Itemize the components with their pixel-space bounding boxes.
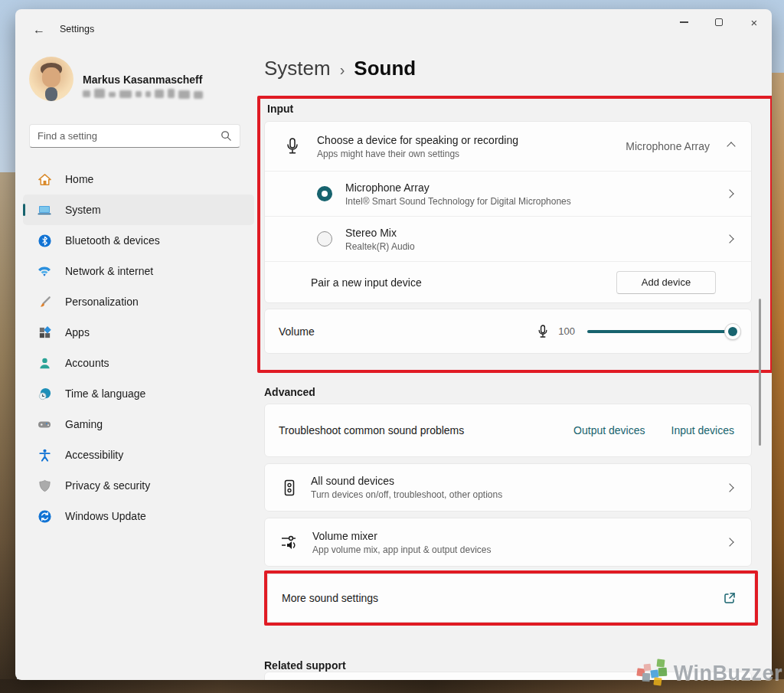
chevron-right-icon (725, 538, 733, 546)
back-button[interactable]: ← (28, 20, 51, 40)
device-description: Intel® Smart Sound Technology for Digita… (345, 196, 727, 207)
sidebar-item-label: Accessibility (65, 449, 123, 461)
input-devices-link[interactable]: Input devices (671, 424, 735, 436)
sidebar-item-label: Network & internet (65, 265, 153, 277)
chevron-right-icon (725, 483, 733, 492)
pair-device-row: Pair a new input device Add device (265, 261, 751, 302)
apps-icon (37, 325, 52, 340)
microphone-icon (285, 137, 300, 155)
breadcrumb: System › Sound (264, 57, 416, 80)
related-support-label: Related support (264, 659, 346, 672)
watermark-text: WinBuzzer (674, 662, 782, 685)
profile-name: Markus Kasanmascheff (83, 74, 202, 86)
sidebar-item-label: Time & language (65, 387, 145, 400)
add-device-button[interactable]: Add device (616, 271, 716, 294)
back-arrow-icon: ← (33, 23, 45, 37)
troubleshoot-row: Troubleshoot common sound problems Outpu… (264, 404, 752, 457)
minimize-icon (680, 21, 688, 22)
breadcrumb-parent[interactable]: System (264, 57, 331, 80)
sidebar-item-apps[interactable]: Apps (23, 317, 254, 348)
bluetooth-icon (37, 233, 52, 248)
device-name: Microphone Array (345, 181, 727, 194)
sidebar-item-network-internet[interactable]: Network & internet (23, 256, 254, 286)
person-icon (37, 355, 52, 371)
sidebar-item-personalization[interactable]: Personalization (23, 286, 254, 317)
device-option-stereo-mix[interactable]: Stereo Mix Realtek(R) Audio (265, 216, 751, 261)
watermark: WinBuzzer (635, 658, 782, 688)
close-icon: × (751, 17, 758, 28)
wifi-icon (37, 263, 52, 279)
sidebar-item-label: Apps (65, 326, 90, 338)
sidebar-item-label: Windows Update (65, 510, 146, 522)
chevron-right-icon (725, 189, 733, 198)
sidebar-item-time-language[interactable]: Time & language (23, 378, 254, 409)
sidebar-item-label: Privacy & security (65, 479, 150, 492)
update-icon (37, 508, 52, 524)
desktop-background (770, 73, 784, 693)
sidebar-item-label: Bluetooth & devices (65, 234, 160, 247)
device-option-microphone-array[interactable]: Microphone Array Intel® Smart Sound Tech… (265, 171, 751, 216)
sidebar-item-system[interactable]: System (23, 194, 254, 225)
troubleshoot-label: Troubleshoot common sound problems (279, 424, 573, 436)
pair-device-label: Pair a new input device (311, 276, 616, 289)
volume-mixer-row[interactable]: Volume mixer App volume mix, app input &… (264, 518, 752, 567)
choose-device-title: Choose a device for speaking or recordin… (317, 134, 626, 146)
search-icon (220, 130, 232, 142)
search-box (29, 124, 240, 148)
volume-mixer-title: Volume mixer (312, 530, 727, 542)
more-sound-settings-row[interactable]: More sound settings (267, 574, 755, 623)
radio-selected-icon[interactable] (317, 186, 332, 201)
search-input[interactable] (38, 130, 220, 142)
sidebar-item-gaming[interactable]: Gaming (23, 409, 254, 440)
volume-label: Volume (279, 325, 537, 338)
vertical-scrollbar[interactable] (759, 299, 761, 446)
volume-slider-thumb[interactable] (724, 323, 741, 340)
volume-mixer-subtitle: App volume mix, app input & output devic… (312, 544, 727, 555)
accessibility-person-icon (37, 447, 52, 463)
sidebar-item-label: Accounts (65, 357, 109, 369)
radio-unselected-icon[interactable] (317, 231, 332, 247)
volume-value: 100 (558, 325, 575, 337)
sidebar-item-bluetooth-devices[interactable]: Bluetooth & devices (23, 225, 254, 256)
input-section-label: Input (267, 103, 293, 115)
page-title: Sound (354, 57, 416, 80)
sidebar-item-accessibility[interactable]: Accessibility (23, 440, 254, 470)
sidebar-item-home[interactable]: Home (23, 164, 254, 194)
sidebar-item-accounts[interactable]: Accounts (23, 348, 254, 378)
sidebar-item-windows-update[interactable]: Windows Update (23, 501, 254, 531)
shield-icon (37, 478, 52, 493)
input-device-expander: Choose a device for speaking or recordin… (264, 121, 752, 303)
minimize-button[interactable] (666, 9, 701, 35)
maximize-icon (715, 18, 723, 26)
chevron-right-icon (725, 234, 733, 243)
external-link-icon (724, 592, 736, 604)
sidebar-item-privacy-security[interactable]: Privacy & security (23, 470, 254, 501)
choose-device-row[interactable]: Choose a device for speaking or recordin… (265, 122, 751, 171)
more-sound-settings-label: More sound settings (282, 592, 724, 604)
advanced-section-label: Advanced (264, 386, 315, 398)
device-description: Realtek(R) Audio (345, 241, 727, 252)
close-button[interactable]: × (737, 9, 772, 35)
breadcrumb-separator: › (340, 61, 345, 79)
desktop-background (0, 172, 17, 693)
winbuzzer-logo-icon (635, 658, 669, 688)
device-name: Stereo Mix (345, 227, 727, 239)
selected-device-value: Microphone Array (626, 140, 710, 152)
sidebar-item-label: Gaming (65, 418, 103, 430)
brush-icon (37, 294, 52, 309)
all-sound-devices-subtitle: Turn devices on/off, troubleshoot, other… (311, 489, 727, 500)
chevron-up-icon (727, 142, 735, 150)
maximize-button[interactable] (701, 9, 737, 35)
app-title: Settings (60, 24, 94, 34)
all-sound-devices-title: All sound devices (311, 475, 727, 487)
system-icon (37, 202, 52, 217)
volume-slider[interactable] (587, 330, 733, 333)
gamepad-icon (37, 417, 52, 432)
settings-window: ← Settings × Markus Kasanmascheff Home (15, 9, 772, 680)
clock-globe-icon (37, 386, 52, 401)
avatar (29, 57, 74, 101)
output-devices-link[interactable]: Output devices (573, 424, 645, 436)
sidebar-item-label: System (65, 204, 101, 216)
all-sound-devices-row[interactable]: All sound devices Turn devices on/off, t… (264, 463, 752, 512)
microphone-small-icon (537, 324, 549, 339)
